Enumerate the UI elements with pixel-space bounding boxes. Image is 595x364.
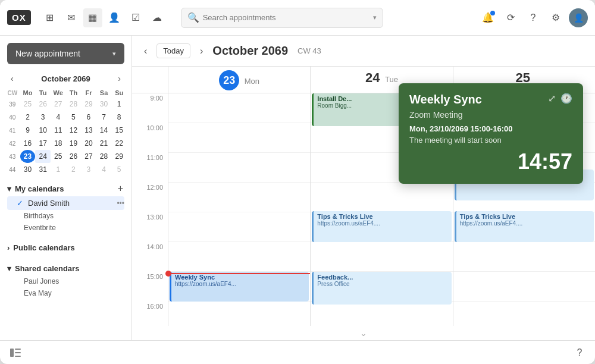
bell-icon[interactable]: 🔔 <box>478 8 497 27</box>
mini-cal-sa-header: Sa <box>96 88 112 98</box>
mini-cal-day[interactable]: 24 <box>35 150 51 163</box>
mini-cal-day[interactable]: 1 <box>111 98 127 111</box>
ox-logo[interactable]: OX <box>7 10 31 25</box>
mini-cal-day[interactable]: 27 <box>81 150 96 163</box>
mini-cal-day[interactable]: 2 <box>20 111 36 124</box>
svg-rect-2 <box>15 352 21 353</box>
calendar-item-eva-may[interactable]: Eva May <box>7 287 124 299</box>
mini-cal-day[interactable]: 25 <box>51 150 66 163</box>
event-weekly-sync[interactable]: Weekly Sync https://zoom.us/aEF4... <box>170 272 309 302</box>
mini-cal-day[interactable]: 29 <box>111 150 127 163</box>
mini-cal-day[interactable]: 6 <box>81 111 96 124</box>
mini-cal-day[interactable]: 3 <box>35 111 51 124</box>
person-icon[interactable]: 👤 <box>105 8 124 27</box>
settings-icon[interactable]: ⚙ <box>546 8 565 27</box>
mini-cal-day[interactable]: 8 <box>111 111 127 124</box>
mini-cal-day[interactable]: 31 <box>35 163 51 176</box>
day-column-23[interactable]: Weekly Sync https://zoom.us/aEF4... <box>168 93 310 326</box>
mini-cal-day[interactable]: 20 <box>81 137 96 150</box>
time-slot-1100: 11:00 <box>132 153 168 183</box>
mini-cal-day[interactable]: 5 <box>111 163 127 176</box>
mini-cal-day[interactable]: 1 <box>51 163 66 176</box>
mini-cal-day[interactable]: 7 <box>96 111 112 124</box>
mini-cal-day[interactable]: 9 <box>20 124 36 137</box>
event-tips-tricks-1[interactable]: Tips & Tricks Live https://zoom.us/aEF4.… <box>312 211 451 242</box>
search-dropdown-arrow[interactable]: ▾ <box>373 14 377 21</box>
mini-cal-day[interactable]: 25 <box>20 98 36 111</box>
add-my-calendar-button[interactable]: + <box>117 183 124 194</box>
calendar-item-david-smith[interactable]: ✓ David Smith ••• <box>7 196 124 210</box>
calendar-item-paul-jones[interactable]: Paul Jones <box>7 275 124 287</box>
calendar-view: ‹ Today › October 2069 CW 43 23 Mon 24 T… <box>132 36 595 340</box>
mini-cal-today[interactable]: 23 <box>20 150 36 163</box>
mini-cal-day[interactable]: 5 <box>66 111 82 124</box>
mini-cal-day[interactable]: 4 <box>51 111 66 124</box>
sidebar-toggle-icon[interactable] <box>7 344 24 361</box>
mini-cal-week-42: 42 16 17 18 19 20 21 22 <box>5 137 127 150</box>
mini-cal-day[interactable]: 21 <box>96 137 112 150</box>
sync-icon[interactable]: ⟳ <box>501 8 520 27</box>
mini-cal-day[interactable]: 30 <box>96 98 112 111</box>
calendar-item-more-icon[interactable]: ••• <box>117 199 124 208</box>
mini-cal-next-button[interactable]: › <box>114 73 124 84</box>
today-button[interactable]: Today <box>156 43 190 58</box>
mini-cal-day[interactable]: 15 <box>111 124 127 137</box>
help-icon[interactable]: ? <box>524 8 543 27</box>
time-slot-1300: 13:00 <box>132 212 168 242</box>
grid-icon[interactable]: ⊞ <box>40 8 60 27</box>
mini-cal-day[interactable]: 13 <box>81 124 96 137</box>
calendar-nav-icon[interactable]: ▦ <box>83 8 102 27</box>
mini-cal-day[interactable]: 10 <box>35 124 51 137</box>
day-header-23[interactable]: 23 Mon <box>168 67 310 93</box>
event-tips-tricks-2[interactable]: Tips & Tricks Live https://zoom.us/aEF4.… <box>455 211 594 242</box>
mini-cal-day[interactable]: 30 <box>20 163 36 176</box>
mini-cal-day[interactable]: 22 <box>111 137 127 150</box>
search-bar[interactable]: 🔍 ▾ <box>181 8 383 28</box>
event-feedback[interactable]: Feedback... Press Office <box>312 272 451 305</box>
avatar[interactable]: 👤 <box>569 8 588 27</box>
mini-cal-day[interactable]: 19 <box>66 137 82 150</box>
new-appointment-button[interactable]: New appointment ▾ <box>7 43 124 64</box>
mini-cal-header: ‹ October 2069 › <box>5 69 127 88</box>
mini-cal-day[interactable]: 27 <box>51 98 66 111</box>
mini-cal-prev-button[interactable]: ‹ <box>7 73 17 84</box>
day-name-tue: Tue <box>385 75 398 84</box>
popup-subtitle: Zoom Meeting <box>409 110 572 120</box>
cal-next-button[interactable]: › <box>198 43 205 59</box>
popup-minimize-button[interactable]: ⤢ <box>548 93 556 104</box>
mini-cal-cw-header: CW <box>5 88 20 98</box>
hour-line <box>168 123 310 153</box>
search-input[interactable] <box>203 13 369 22</box>
cal-prev-button[interactable]: ‹ <box>142 43 149 59</box>
mini-cal-day[interactable]: 14 <box>96 124 112 137</box>
app-window: OX ⊞ ✉ ▦ 👤 ☑ ☁ 🔍 ▾ 🔔 ⟳ ? ⚙ 👤 <box>0 0 595 364</box>
mail-icon[interactable]: ✉ <box>62 8 81 27</box>
mini-cal-day[interactable]: 2 <box>66 163 82 176</box>
my-calendars-header[interactable]: ▾ My calendars + <box>7 181 124 196</box>
mini-calendar: ‹ October 2069 › CW Mo Tu We Th Fr Sa <box>0 69 131 176</box>
hour-line <box>453 272 595 302</box>
mini-cal-day[interactable]: 12 <box>66 124 82 137</box>
mini-cal-day[interactable]: 28 <box>66 98 82 111</box>
mini-cal-cw-43: 43 <box>5 150 20 163</box>
mini-cal-day[interactable]: 16 <box>20 137 36 150</box>
popup-clock-button[interactable]: 🕐 <box>560 93 572 104</box>
mini-cal-day[interactable]: 11 <box>51 124 66 137</box>
svg-rect-0 <box>10 349 14 357</box>
mini-cal-day[interactable]: 3 <box>81 163 96 176</box>
help-circle-icon[interactable]: ? <box>571 344 588 361</box>
mini-cal-day[interactable]: 4 <box>96 163 112 176</box>
tasks-icon[interactable]: ☑ <box>126 8 145 27</box>
mini-cal-day[interactable]: 17 <box>35 137 51 150</box>
mini-cal-day[interactable]: 28 <box>96 150 112 163</box>
mini-cal-day[interactable]: 29 <box>81 98 96 111</box>
mini-cal-day[interactable]: 26 <box>35 98 51 111</box>
calendar-item-eventbrite[interactable]: Eventbrite <box>7 222 124 234</box>
mini-cal-day[interactable]: 18 <box>51 137 66 150</box>
calendar-item-birthdays[interactable]: Birthdays <box>7 210 124 222</box>
public-calendars-header[interactable]: › Public calendars <box>7 241 124 255</box>
mini-cal-day[interactable]: 26 <box>66 150 82 163</box>
cloud-icon[interactable]: ☁ <box>148 8 167 27</box>
shared-calendars-header[interactable]: ▾ Shared calendars <box>7 262 124 275</box>
scroll-down-hint[interactable]: ⌄ <box>132 326 595 340</box>
